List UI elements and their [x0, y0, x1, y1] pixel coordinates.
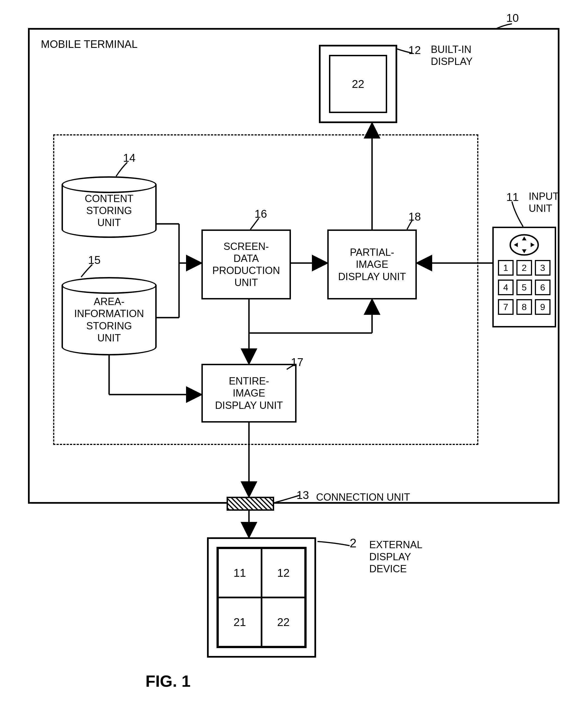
- ext-cell-21: 21: [218, 597, 261, 647]
- area-info-storing-unit: AREA- INFORMATION STORING UNIT: [62, 277, 157, 355]
- key-2: 2: [516, 260, 532, 276]
- partial-image-display-unit: PARTIAL- IMAGE DISPLAY UNIT: [327, 230, 417, 299]
- connection-unit-label: CONNECTION UNIT: [316, 491, 410, 503]
- external-display-grid: 11 12 21 22: [217, 547, 307, 648]
- external-display-label: EXTERNAL DISPLAY DEVICE: [369, 539, 423, 575]
- key-9: 9: [535, 299, 551, 315]
- builtin-display-label: BUILT-IN DISPLAY: [431, 43, 472, 67]
- input-unit: 1 2 3 4 5 6 7 8 9: [492, 227, 556, 327]
- ref-10: 10: [506, 11, 519, 25]
- key-4: 4: [498, 279, 514, 295]
- ref-16: 16: [254, 207, 267, 220]
- screen-data-production-unit: SCREEN- DATA PRODUCTION UNIT: [202, 230, 291, 299]
- svg-marker-4: [531, 243, 534, 247]
- ref-15: 15: [88, 253, 101, 267]
- keypad-row-2: 4 5 6: [498, 279, 551, 295]
- builtin-display-value: 22: [352, 78, 365, 90]
- area-info-storing-label: AREA- INFORMATION STORING UNIT: [74, 296, 144, 344]
- key-3: 3: [535, 260, 551, 276]
- partial-image-display-label: PARTIAL- IMAGE DISPLAY UNIT: [338, 246, 406, 283]
- content-storing-unit: CONTENT STORING UNIT: [62, 176, 157, 238]
- key-6: 6: [535, 279, 551, 295]
- keypad-row-3: 7 8 9: [498, 299, 551, 315]
- ref-11: 11: [506, 190, 519, 204]
- ext-cell-11: 11: [218, 548, 261, 597]
- ref-2: 2: [350, 536, 357, 551]
- mobile-terminal-title: MOBILE TERMINAL: [41, 38, 137, 51]
- content-storing-label: CONTENT STORING UNIT: [85, 193, 133, 229]
- connection-unit: [226, 497, 274, 511]
- ref-12: 12: [408, 43, 421, 57]
- ref-17: 17: [291, 355, 304, 369]
- builtin-display-screen: 22: [329, 55, 387, 113]
- svg-marker-2: [522, 249, 526, 253]
- svg-marker-3: [514, 243, 518, 247]
- entire-image-display-unit: ENTIRE- IMAGE DISPLAY UNIT: [202, 364, 297, 422]
- key-8: 8: [516, 299, 532, 315]
- key-1: 1: [498, 260, 514, 276]
- keypad-row-1: 1 2 3: [498, 260, 551, 276]
- entire-image-display-label: ENTIRE- IMAGE DISPLAY UNIT: [215, 375, 283, 411]
- svg-marker-1: [522, 236, 526, 240]
- ext-cell-22: 22: [261, 597, 305, 647]
- ref-13: 13: [297, 488, 309, 502]
- key-5: 5: [516, 279, 532, 295]
- ref-18: 18: [408, 210, 421, 223]
- ext-cell-12: 12: [261, 548, 305, 597]
- figure-label: FIG. 1: [146, 672, 190, 690]
- input-unit-label: INPUT UNIT: [529, 190, 559, 214]
- diagram-canvas: MOBILE TERMINAL 10 22 12 BUILT-IN DISPLA…: [11, 11, 577, 697]
- builtin-display: 22: [319, 45, 397, 123]
- external-display-device: 11 12 21 22: [207, 537, 316, 658]
- screen-data-production-label: SCREEN- DATA PRODUCTION UNIT: [212, 240, 280, 289]
- ref-14: 14: [123, 151, 136, 165]
- key-7: 7: [498, 299, 514, 315]
- dpad-icon: [509, 234, 539, 256]
